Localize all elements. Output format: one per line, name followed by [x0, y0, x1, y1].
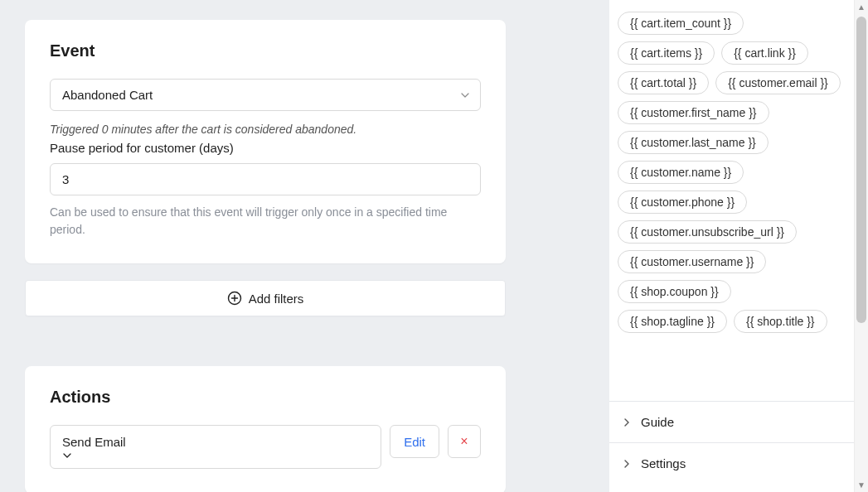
variable-chip[interactable]: {{ customer.first_name }}	[618, 101, 769, 124]
variable-chip[interactable]: {{ customer.email }}	[715, 71, 841, 94]
chevron-right-icon	[623, 460, 631, 468]
variable-chip[interactable]: {{ cart.items }}	[618, 41, 715, 65]
variable-chip[interactable]: {{ shop.coupon }}	[618, 280, 731, 303]
action-type-select[interactable]: Send Email	[50, 425, 381, 469]
variable-chip[interactable]: {{ cart.link }}	[721, 41, 808, 65]
chevron-right-icon	[623, 418, 631, 427]
event-card: Event Abandoned Cart Triggered 0 minutes…	[25, 20, 506, 263]
pause-help-text: Can be used to ensure that this event wi…	[50, 204, 481, 239]
guide-accordion[interactable]: Guide	[609, 401, 854, 442]
actions-title: Actions	[50, 388, 481, 407]
variable-chip[interactable]: {{ customer.unsubscribe_url }}	[618, 220, 797, 244]
scroll-down-arrow-icon[interactable]: ▼	[855, 478, 868, 492]
scroll-up-arrow-icon[interactable]: ▲	[855, 0, 868, 14]
variable-chips-list: {{ cart.item_count }} {{ cart.items }} {…	[609, 0, 854, 341]
variable-chip[interactable]: {{ customer.username }}	[618, 250, 766, 273]
scrollbar-thumb[interactable]	[856, 17, 866, 323]
event-type-value: Abandoned Cart	[62, 88, 153, 102]
delete-action-button[interactable]: ×	[448, 425, 481, 458]
variable-chip[interactable]: {{ customer.last_name }}	[618, 131, 769, 154]
variable-chip[interactable]: {{ customer.name }}	[618, 161, 744, 184]
plus-circle-icon	[227, 291, 242, 306]
edit-action-button[interactable]: Edit	[390, 425, 439, 458]
add-filters-button[interactable]: Add filters	[25, 280, 506, 316]
sidebar-panel: {{ cart.item_count }} {{ cart.items }} {…	[609, 0, 868, 492]
chevron-down-icon	[460, 90, 470, 100]
variable-chip[interactable]: {{ cart.item_count }}	[618, 12, 744, 35]
pause-period-input[interactable]	[50, 163, 481, 195]
settings-label: Settings	[641, 456, 686, 470]
settings-accordion[interactable]: Settings	[609, 442, 854, 484]
variable-chip[interactable]: {{ shop.tagline }}	[618, 310, 727, 333]
actions-card: Actions Send Email Edit ×	[25, 366, 506, 492]
variable-chip[interactable]: {{ customer.phone }}	[618, 191, 747, 214]
sidebar-scrollbar[interactable]: ▲ ▼	[854, 0, 868, 492]
chevron-down-icon	[62, 451, 351, 461]
action-row: Send Email Edit ×	[50, 425, 481, 469]
variable-chip[interactable]: {{ shop.title }}	[734, 310, 827, 333]
event-title: Event	[50, 41, 481, 60]
event-type-select[interactable]: Abandoned Cart	[50, 79, 481, 111]
guide-label: Guide	[641, 415, 674, 429]
trigger-help-text: Triggered 0 minutes after the cart is co…	[50, 123, 481, 136]
action-type-value: Send Email	[62, 435, 126, 449]
pause-period-label: Pause period for customer (days)	[50, 141, 481, 155]
variable-chip[interactable]: {{ cart.total }}	[618, 71, 709, 94]
add-filters-label: Add filters	[249, 292, 304, 306]
main-column: Event Abandoned Cart Triggered 0 minutes…	[0, 0, 609, 492]
